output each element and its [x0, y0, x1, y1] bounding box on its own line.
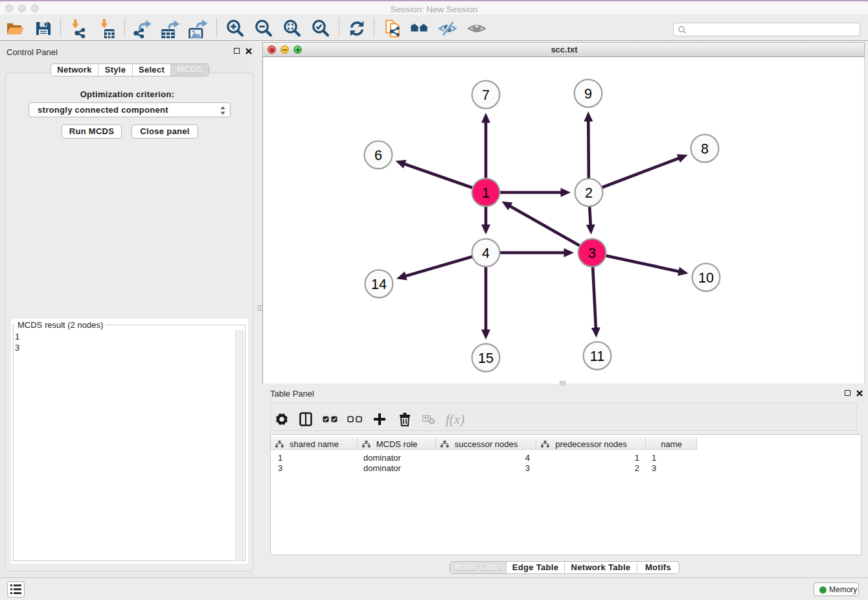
svg-text:9: 9 — [584, 86, 592, 102]
svg-text:2: 2 — [585, 185, 593, 201]
svg-text:1: 1 — [482, 185, 490, 201]
svg-text:15: 15 — [478, 351, 494, 366]
svg-text:3: 3 — [588, 246, 596, 261]
svg-text:11: 11 — [590, 349, 604, 364]
svg-text:4: 4 — [482, 246, 490, 261]
svg-text:14: 14 — [371, 277, 387, 292]
svg-text:8: 8 — [701, 141, 709, 157]
svg-text:7: 7 — [482, 87, 490, 103]
svg-text:6: 6 — [374, 148, 382, 163]
svg-text:10: 10 — [698, 270, 714, 286]
